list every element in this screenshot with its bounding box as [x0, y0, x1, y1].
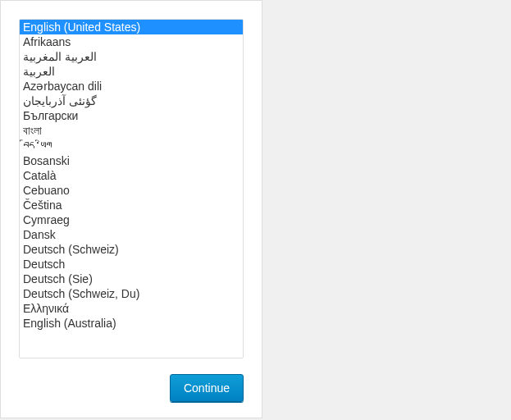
language-option[interactable]: English (United States)	[20, 20, 243, 34]
language-option[interactable]: گؤنئی آذربایجان	[20, 94, 243, 108]
language-select[interactable]: English (United States)Afrikaansالعربية …	[19, 19, 244, 358]
language-option[interactable]: Bosanski	[20, 153, 243, 168]
language-option[interactable]: Azərbaycan dili	[20, 79, 243, 94]
language-option[interactable]: Afrikaans	[20, 34, 243, 49]
language-option[interactable]: Cebuano	[20, 183, 243, 198]
language-option[interactable]: Čeština	[20, 198, 243, 212]
language-option[interactable]: Deutsch (Sie)	[20, 272, 243, 286]
language-option[interactable]: বাংলা	[20, 123, 243, 139]
language-option[interactable]: Ελληνικά	[20, 301, 243, 316]
language-option[interactable]: العربية المغربية	[20, 49, 243, 64]
language-option[interactable]: Dansk	[20, 227, 243, 242]
language-option[interactable]: Deutsch (Schweiz)	[20, 242, 243, 257]
language-option[interactable]: Català	[20, 168, 243, 183]
language-option[interactable]: བོད་ཡིག	[20, 139, 243, 153]
button-row: Continue	[19, 374, 244, 402]
continue-button[interactable]: Continue	[170, 374, 244, 402]
language-option[interactable]: Deutsch (Schweiz, Du)	[20, 286, 243, 301]
language-option[interactable]: Deutsch	[20, 257, 243, 272]
language-setup-panel: English (United States)Afrikaansالعربية …	[0, 0, 262, 418]
language-option[interactable]: العربية	[20, 64, 243, 79]
language-option[interactable]: Cymraeg	[20, 212, 243, 227]
language-option[interactable]: English (Australia)	[20, 316, 243, 331]
language-option[interactable]: Български	[20, 108, 243, 123]
